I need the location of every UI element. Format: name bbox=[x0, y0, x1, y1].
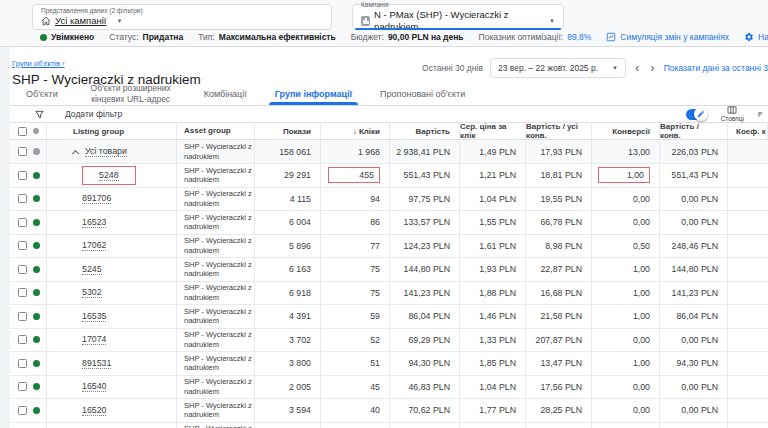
tab-3[interactable]: Групи інформації bbox=[261, 82, 366, 105]
row-checkbox[interactable] bbox=[18, 335, 27, 344]
prev-period-button[interactable]: ‹ bbox=[633, 63, 641, 73]
breadcrumb[interactable]: Групи об'єктів › bbox=[12, 59, 65, 68]
row-select-cell bbox=[10, 352, 47, 375]
row-checkbox[interactable] bbox=[18, 218, 27, 227]
avg_cpc-cell: 1,04 PLN bbox=[460, 188, 526, 211]
page-gutter bbox=[0, 47, 10, 428]
tab-4[interactable]: Пропоновані об'єкти bbox=[366, 82, 479, 105]
add-filter-button[interactable]: Додати фільтр bbox=[65, 109, 122, 119]
conversions-cell: 0,00 bbox=[592, 329, 660, 352]
cost_per_conv-cell: 86,04 PLN bbox=[660, 305, 728, 328]
row-status-dot bbox=[33, 172, 40, 179]
data-view-selector[interactable]: Представлення даних (2 фільтри) Усі камп… bbox=[32, 4, 332, 30]
campaign-selector[interactable]: Кампанія N - PMax (SHP) - Wycieraczki z … bbox=[352, 4, 564, 30]
row-select-cell bbox=[10, 140, 47, 163]
campaign-settings-button[interactable]: Налаштування кампанії bbox=[744, 32, 768, 42]
listing-group-cell: 16523 bbox=[47, 211, 177, 234]
row-select-cell bbox=[10, 258, 47, 281]
row-checkbox[interactable] bbox=[18, 241, 27, 250]
koef-cell bbox=[728, 329, 768, 352]
listing-group-link[interactable]: 17074 bbox=[82, 334, 106, 345]
row-checkbox[interactable] bbox=[18, 359, 27, 368]
conversions-cell: 0,00 bbox=[592, 376, 660, 399]
campaign-name: N - PMax (SHP) - Wycieraczki z nadrukiem bbox=[374, 9, 539, 33]
columns-button[interactable]: Стовпці bbox=[721, 106, 744, 122]
avg_cpc-cell: 1,55 PLN bbox=[460, 211, 526, 234]
listing-group-link[interactable]: 5248 bbox=[99, 170, 119, 181]
cost_all_conv-cell: 28,25 PLN bbox=[526, 399, 592, 422]
row-checkbox[interactable] bbox=[18, 312, 27, 321]
cost-cell: 141,23 PLN bbox=[390, 282, 460, 305]
avg_cpc-cell: 1,88 PLN bbox=[460, 282, 526, 305]
listing-group-link[interactable]: 16535 bbox=[82, 311, 106, 322]
row-checkbox[interactable] bbox=[18, 194, 27, 203]
koef-cell bbox=[728, 235, 768, 258]
cost_all_conv-cell: 17,56 PLN bbox=[526, 376, 592, 399]
cost_all_conv-cell: 66,78 PLN bbox=[526, 211, 592, 234]
home-icon bbox=[41, 16, 51, 26]
listing-group-link[interactable]: 17062 bbox=[82, 240, 106, 251]
simulate-changes-button[interactable]: Симуляція змін у кампаніях bbox=[606, 32, 729, 42]
tab-1[interactable]: Об'єкти розширених кінцевих URL-адрес bbox=[72, 82, 190, 105]
avg_cpc-cell: 1,85 PLN bbox=[460, 352, 526, 375]
asset-group-cell: SHP - Wycieraczki z nadrukiem bbox=[177, 258, 255, 281]
koef-cell bbox=[728, 399, 768, 422]
conversions-cell: 0,00 bbox=[592, 211, 660, 234]
listing-group-link[interactable]: Усі товари bbox=[85, 146, 127, 157]
filter-funnel-icon[interactable] bbox=[34, 109, 45, 120]
listing-group-cell: 16540 bbox=[47, 376, 177, 399]
cost_per_conv-cell: 551,43 PLN bbox=[660, 164, 728, 187]
clicks-cell: 59 bbox=[321, 305, 390, 328]
clicks-cell: 75 bbox=[321, 282, 390, 305]
clicks-cell: 77 bbox=[321, 235, 390, 258]
koef-cell bbox=[728, 140, 768, 163]
asset-group-cell: SHP - Wycieraczki z nadrukiem bbox=[177, 211, 255, 234]
avg_cpc-cell bbox=[460, 423, 526, 428]
avg_cpc-cell: 1,93 PLN bbox=[460, 258, 526, 281]
campaign-label: Кампанія bbox=[361, 1, 555, 9]
next-period-button[interactable]: › bbox=[648, 63, 656, 73]
clicks-cell: 75 bbox=[321, 258, 390, 281]
listing-group-cell: 17074 bbox=[47, 329, 177, 352]
select-all-checkbox[interactable] bbox=[18, 127, 27, 136]
clicks-cell: 51 bbox=[321, 352, 390, 375]
row-checkbox[interactable] bbox=[18, 171, 27, 180]
listing-group-cell: 16520 bbox=[47, 399, 177, 422]
collapse-chevron-icon[interactable] bbox=[72, 149, 79, 156]
listing-group-link[interactable]: 16520 bbox=[82, 405, 106, 416]
cost_per_conv-cell: 94,30 PLN bbox=[660, 352, 728, 375]
avg_cpc-cell: 1,04 PLN bbox=[460, 376, 526, 399]
table-row: 5245SHP - Wycieraczki z nadrukiem6 16375… bbox=[10, 258, 768, 282]
cost-cell: 69,29 PLN bbox=[390, 329, 460, 352]
header-select-cell bbox=[10, 123, 47, 139]
koef-cell bbox=[728, 423, 768, 428]
listing-group-link[interactable]: 16540 bbox=[82, 381, 106, 392]
row-checkbox[interactable] bbox=[18, 288, 27, 297]
google-ads-listing-groups-screen: Представлення даних (2 фільтри) Усі камп… bbox=[0, 0, 768, 428]
conversions-cell: 0,00 bbox=[592, 399, 660, 422]
row-checkbox[interactable] bbox=[18, 265, 27, 274]
cost-cell bbox=[390, 423, 460, 428]
row-checkbox[interactable] bbox=[18, 406, 27, 415]
cost_all_conv-cell bbox=[526, 423, 592, 428]
edit-mode-toggle[interactable] bbox=[686, 109, 707, 120]
listing-group-link[interactable]: 16523 bbox=[82, 217, 106, 228]
row-checkbox[interactable] bbox=[18, 147, 27, 156]
listing-group-link[interactable]: 5302 bbox=[82, 287, 102, 298]
cost_all_conv-cell: 21,58 PLN bbox=[526, 305, 592, 328]
row-checkbox[interactable] bbox=[18, 382, 27, 391]
table-row: 891531SHP - Wycieraczki z nadrukiem3 800… bbox=[10, 352, 768, 376]
listing-group-link[interactable]: 891706 bbox=[82, 193, 111, 204]
enabled-status-dot bbox=[40, 34, 47, 41]
tab-2[interactable]: Комбінації bbox=[190, 82, 261, 105]
impressions-cell: 5 896 bbox=[255, 235, 321, 258]
listing-group-link[interactable]: 891531 bbox=[82, 358, 111, 369]
listing-group-link[interactable]: 5245 bbox=[82, 264, 102, 275]
date-range-picker[interactable]: 23 вер. – 22 жовт. 2025 р. ▼ bbox=[490, 58, 626, 78]
opt-score-value[interactable]: 89,8% bbox=[567, 32, 591, 42]
show-data-link[interactable]: Показати дані за останні 3 bbox=[664, 63, 768, 73]
tab-0[interactable]: Об'єкти bbox=[12, 82, 72, 105]
tab-bar: Об'єктиОб'єкти розширених кінцевих URL-а… bbox=[10, 82, 768, 106]
column-header-asset-group: Asset group bbox=[177, 123, 255, 139]
koef-cell bbox=[728, 258, 768, 281]
